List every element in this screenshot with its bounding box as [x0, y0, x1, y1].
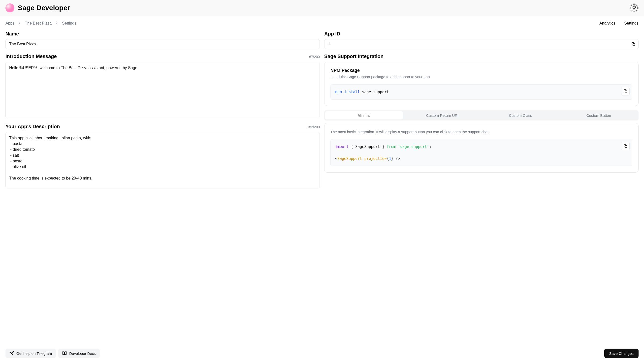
subheader: Apps The Best Pizza Settings Analytics S… [0, 16, 644, 28]
integration-tabs: Minimal Custom Return URI Custom Class C… [324, 110, 638, 120]
breadcrumb-app-name[interactable]: The Best Pizza [25, 21, 52, 25]
nav-analytics[interactable]: Analytics [599, 21, 615, 25]
copy-icon [623, 89, 628, 93]
tab-custom-class[interactable]: Custom Class [482, 111, 560, 119]
code-tok: /> [394, 156, 400, 161]
appid-row [324, 39, 638, 49]
nav-settings[interactable]: Settings [624, 21, 638, 25]
code-tok: 'sage-support' [398, 145, 429, 149]
svg-point-0 [630, 4, 638, 11]
code-tok: from [387, 145, 396, 149]
code-sub: install [344, 90, 360, 94]
intro-label: Introduction Message [6, 53, 57, 59]
code-tok: 1 [389, 156, 391, 161]
code-tok: ; [429, 145, 432, 149]
intro-textarea[interactable] [6, 62, 320, 118]
copy-icon [631, 42, 636, 46]
app-title: Sage Developer [18, 4, 70, 12]
chevron-right-icon [54, 20, 59, 26]
code-pkg: sage-support [362, 90, 389, 94]
copy-icon [623, 144, 628, 148]
left-column: Name Introduction Message 67/200 Your Ap… [6, 31, 320, 189]
appid-input[interactable] [324, 39, 638, 49]
code-tok: SageSupport [338, 156, 362, 161]
code-tok: import [335, 145, 348, 149]
svg-rect-6 [625, 90, 627, 92]
breadcrumb: Apps The Best Pizza Settings [6, 20, 76, 26]
svg-rect-5 [633, 44, 635, 46]
breadcrumb-apps[interactable]: Apps [6, 21, 14, 25]
appid-label: App ID [324, 31, 638, 37]
avatar[interactable] [630, 3, 638, 12]
code-tok: { [387, 156, 389, 161]
desc-label-row: Your App's Description 152/200 [6, 124, 320, 129]
copy-npm-button[interactable] [621, 87, 630, 95]
intro-char-count: 67/200 [309, 55, 320, 59]
tab-content-minimal: The most basic integration. It will disp… [324, 123, 638, 173]
nav-links: Analytics Settings [599, 21, 638, 25]
tab-custom-button[interactable]: Custom Button [560, 111, 638, 119]
logo-icon [6, 3, 14, 12]
name-label: Name [6, 31, 320, 37]
copy-integration-button[interactable] [621, 142, 630, 150]
code-tok: < [335, 156, 338, 161]
minimal-desc: The most basic integration. It will disp… [330, 129, 632, 135]
npm-card: NPM Package Install the Sage Support pac… [324, 62, 638, 106]
desc-textarea[interactable] [6, 132, 320, 188]
npm-title: NPM Package [330, 68, 632, 73]
code-cmd: npm [335, 90, 342, 94]
npm-code-block: npm install sage-support [330, 84, 632, 100]
svg-rect-7 [625, 146, 627, 148]
desc-label: Your App's Description [6, 124, 60, 129]
code-tok: } [391, 156, 394, 161]
breadcrumb-settings: Settings [62, 21, 76, 25]
intro-label-row: Introduction Message 67/200 [6, 53, 320, 59]
main-content: Name Introduction Message 67/200 Your Ap… [0, 28, 644, 212]
right-column: App ID Sage Support Integration NPM Pack… [324, 31, 638, 189]
integration-code-block: import { SageSupport } from 'sage-suppor… [330, 139, 632, 166]
code-tok: { SageSupport } [351, 145, 384, 149]
tab-custom-uri[interactable]: Custom Return URI [403, 111, 481, 119]
header: Sage Developer [0, 0, 644, 16]
tab-minimal[interactable]: Minimal [325, 111, 403, 119]
desc-char-count: 152/200 [307, 125, 320, 129]
name-input[interactable] [6, 39, 320, 49]
header-left: Sage Developer [6, 3, 70, 12]
code-tok: projectId= [364, 156, 386, 161]
npm-desc: Install the Sage Support package to add … [330, 74, 632, 80]
integration-label: Sage Support Integration [324, 53, 638, 59]
chevron-right-icon [17, 20, 22, 26]
avatar-icon [630, 4, 638, 12]
copy-appid-button[interactable] [630, 41, 636, 47]
